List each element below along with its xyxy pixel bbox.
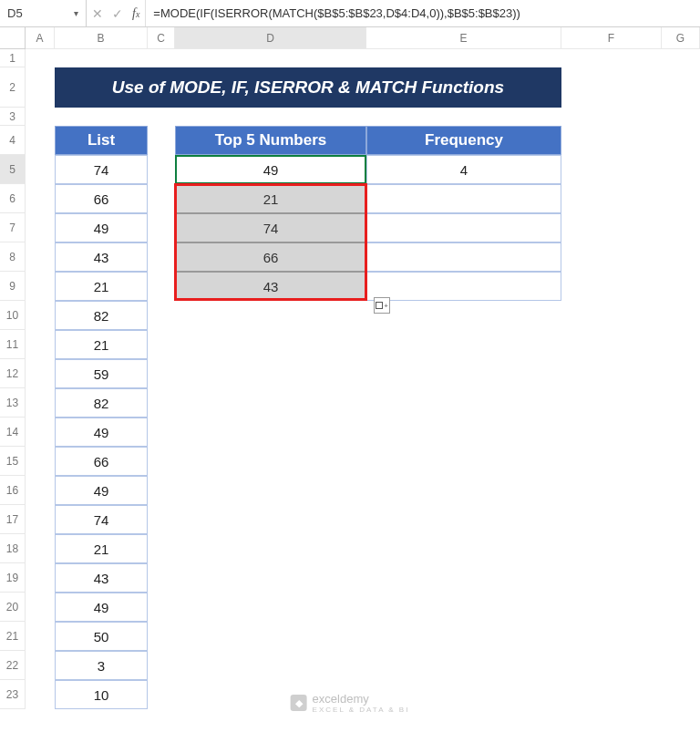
header-list[interactable]: List — [55, 126, 148, 155]
cell-a9[interactable] — [26, 272, 55, 301]
cell-g20[interactable] — [662, 593, 700, 622]
cell-d18[interactable] — [175, 534, 366, 563]
cell-f9[interactable] — [561, 272, 662, 301]
cell-b13[interactable]: 82 — [55, 388, 148, 418]
cell-c9[interactable] — [148, 272, 175, 301]
cell-b23[interactable]: 10 — [55, 680, 148, 709]
row-header-10[interactable]: 10 — [0, 301, 26, 330]
row-header-14[interactable]: 14 — [0, 418, 26, 447]
cell-a2[interactable] — [26, 67, 55, 108]
cell-c16[interactable] — [148, 476, 175, 505]
cell-f12[interactable] — [561, 359, 662, 388]
autofill-options-icon[interactable]: + — [374, 297, 390, 314]
cell-b6[interactable]: 66 — [55, 184, 148, 213]
cell-c23[interactable] — [148, 680, 175, 709]
cell-c1[interactable] — [148, 49, 175, 67]
cell-g17[interactable] — [662, 505, 700, 534]
cell-a13[interactable] — [26, 388, 55, 418]
cell-b17[interactable]: 74 — [55, 505, 148, 534]
cell-c8[interactable] — [148, 242, 175, 272]
cell-d22[interactable] — [175, 651, 366, 680]
cell-a17[interactable] — [26, 505, 55, 534]
cell-g9[interactable] — [662, 272, 700, 301]
cell-e19[interactable] — [366, 563, 561, 593]
cell-a14[interactable] — [26, 418, 55, 447]
cell-g16[interactable] — [662, 476, 700, 505]
cell-b18[interactable]: 21 — [55, 534, 148, 563]
cell-d15[interactable] — [175, 447, 366, 476]
cell-g2[interactable] — [662, 67, 700, 108]
cell-f16[interactable] — [561, 476, 662, 505]
cell-c13[interactable] — [148, 388, 175, 418]
cell-d5-active[interactable]: 49 — [175, 155, 366, 184]
cell-c3[interactable] — [148, 108, 175, 126]
cell-f13[interactable] — [561, 388, 662, 418]
cell-c7[interactable] — [148, 213, 175, 242]
cell-f20[interactable] — [561, 593, 662, 622]
cell-e17[interactable] — [366, 505, 561, 534]
formula-input[interactable]: =MODE(IF(ISERROR(MATCH($B$5:$B$23,D$4:D4… — [146, 0, 700, 26]
cell-d14[interactable] — [175, 418, 366, 447]
cell-b20[interactable]: 49 — [55, 593, 148, 622]
cell-d19[interactable] — [175, 563, 366, 593]
cell-c18[interactable] — [148, 534, 175, 563]
cell-a1[interactable] — [26, 49, 55, 67]
col-header-d[interactable]: D — [175, 27, 366, 49]
col-header-b[interactable]: B — [55, 27, 148, 49]
cell-g5[interactable] — [662, 155, 700, 184]
cell-a16[interactable] — [26, 476, 55, 505]
cell-d10[interactable] — [175, 301, 366, 330]
row-header-4[interactable]: 4 — [0, 126, 26, 155]
cell-b10[interactable]: 82 — [55, 301, 148, 330]
cell-c12[interactable] — [148, 359, 175, 388]
cell-a5[interactable] — [26, 155, 55, 184]
cell-g23[interactable] — [662, 680, 700, 709]
cell-f11[interactable] — [561, 330, 662, 359]
col-header-a[interactable]: A — [26, 27, 55, 49]
cell-g14[interactable] — [662, 418, 700, 447]
cell-e18[interactable] — [366, 534, 561, 563]
fx-icon[interactable]: fx — [132, 6, 139, 21]
cell-b11[interactable]: 21 — [55, 330, 148, 359]
cell-e20[interactable] — [366, 593, 561, 622]
title-cell[interactable]: Use of MODE, IF, ISERROR & MATCH Functio… — [55, 67, 561, 108]
cell-c22[interactable] — [148, 651, 175, 680]
cell-g15[interactable] — [662, 447, 700, 476]
cell-e5[interactable]: 4 — [366, 155, 561, 184]
cell-e22[interactable] — [366, 651, 561, 680]
cell-f15[interactable] — [561, 447, 662, 476]
confirm-icon[interactable]: ✓ — [112, 6, 123, 21]
cell-g8[interactable] — [662, 242, 700, 272]
cell-e12[interactable] — [366, 359, 561, 388]
cell-g13[interactable] — [662, 388, 700, 418]
cell-a4[interactable] — [26, 126, 55, 155]
cell-e14[interactable] — [366, 418, 561, 447]
cell-c15[interactable] — [148, 447, 175, 476]
cell-f4[interactable] — [561, 126, 662, 155]
cell-c4[interactable] — [148, 126, 175, 155]
row-header-21[interactable]: 21 — [0, 622, 26, 651]
cell-a12[interactable] — [26, 359, 55, 388]
col-header-e[interactable]: E — [366, 27, 561, 49]
row-header-6[interactable]: 6 — [0, 184, 26, 213]
cell-f23[interactable] — [561, 680, 662, 709]
cell-g1[interactable] — [662, 49, 700, 67]
cell-a15[interactable] — [26, 447, 55, 476]
row-header-1[interactable]: 1 — [0, 49, 26, 67]
cell-a11[interactable] — [26, 330, 55, 359]
cell-g22[interactable] — [662, 651, 700, 680]
row-header-19[interactable]: 19 — [0, 563, 26, 593]
cell-g10[interactable] — [662, 301, 700, 330]
cell-g4[interactable] — [662, 126, 700, 155]
cell-c17[interactable] — [148, 505, 175, 534]
cell-g6[interactable] — [662, 184, 700, 213]
select-all-corner[interactable] — [0, 27, 26, 49]
cell-c14[interactable] — [148, 418, 175, 447]
cell-f7[interactable] — [561, 213, 662, 242]
cell-a18[interactable] — [26, 534, 55, 563]
cell-e15[interactable] — [366, 447, 561, 476]
cell-d7[interactable]: 74 — [175, 213, 366, 242]
cell-b16[interactable]: 49 — [55, 476, 148, 505]
cell-a8[interactable] — [26, 242, 55, 272]
row-header-12[interactable]: 12 — [0, 359, 26, 388]
